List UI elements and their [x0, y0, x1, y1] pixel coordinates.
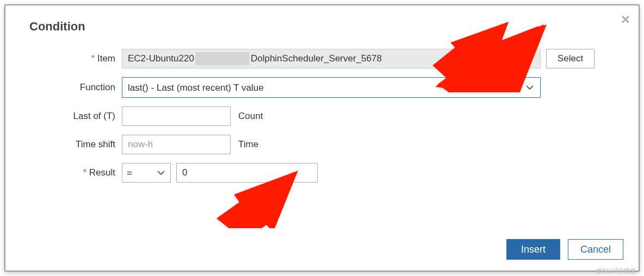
time-shift-suffix: Time	[238, 139, 258, 150]
dialog-title: Condition	[29, 20, 621, 34]
row-time-shift: Time shift Time	[29, 135, 621, 154]
row-last-of: Last of (T) Count	[29, 106, 621, 126]
watermark-text: @51CTO博客	[596, 267, 636, 276]
last-of-suffix: Count	[238, 111, 263, 122]
item-text-suffix: DolphinScheduler_Server_5678	[251, 53, 382, 64]
row-item: Item EC2-Ubuntu220 DolphinScheduler_Serv…	[29, 49, 621, 68]
result-value-input[interactable]	[176, 163, 318, 183]
label-time-shift: Time shift	[29, 139, 122, 150]
time-shift-input[interactable]	[122, 135, 231, 154]
item-value-display: EC2-Ubuntu220 DolphinScheduler_Server_56…	[122, 49, 541, 68]
row-function: Function last() - Last (most recent) T v…	[29, 77, 621, 98]
label-result: Result	[29, 167, 122, 178]
function-select[interactable]: last() - Last (most recent) T value	[122, 77, 541, 98]
row-result: Result =	[29, 163, 621, 183]
insert-button[interactable]: Insert	[506, 239, 560, 260]
item-text-prefix: EC2-Ubuntu220	[128, 53, 194, 64]
dialog-footer: Insert Cancel	[506, 239, 623, 260]
label-last-of: Last of (T)	[29, 111, 122, 122]
condition-dialog: × Condition Item EC2-Ubuntu220 DolphinSc…	[4, 4, 640, 272]
select-button[interactable]: Select	[546, 49, 595, 68]
close-icon[interactable]: ×	[621, 12, 630, 27]
label-item: Item	[29, 53, 122, 64]
result-operator-select[interactable]: =	[122, 163, 171, 183]
cancel-button[interactable]: Cancel	[568, 239, 623, 260]
last-of-input[interactable]	[122, 106, 231, 126]
label-function: Function	[29, 82, 122, 93]
redacted-block	[195, 52, 250, 65]
